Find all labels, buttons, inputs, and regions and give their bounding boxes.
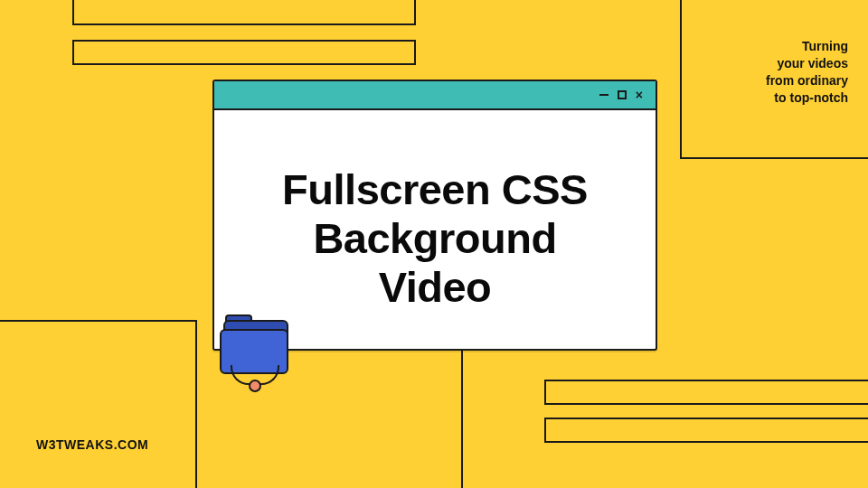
headline: Fullscreen CSS Background Video: [282, 165, 588, 312]
tagline-line: your videos: [699, 55, 848, 72]
decoration-bar: [544, 380, 868, 405]
decoration-bar: [72, 40, 416, 65]
headline-line: Background: [282, 214, 588, 263]
tagline: Turning your videos from ordinary to top…: [699, 38, 848, 107]
decoration-rect: [0, 320, 197, 488]
folder-icon: [220, 314, 301, 391]
window-body: Fullscreen CSS Background Video: [214, 110, 656, 349]
tagline-line: Turning: [699, 38, 848, 55]
browser-window: × Fullscreen CSS Background Video: [212, 80, 657, 351]
decoration-bar: [544, 418, 868, 443]
headline-line: Video: [282, 263, 588, 312]
site-label: W3TWEAKS.COM: [36, 437, 148, 452]
window-titlebar: ×: [214, 81, 656, 110]
minimize-icon: [599, 94, 609, 96]
decoration-line: [461, 351, 463, 488]
headline-line: Fullscreen CSS: [282, 165, 588, 214]
maximize-icon: [618, 90, 627, 99]
tagline-line: to top-notch: [699, 89, 848, 107]
folder-dot-icon: [249, 380, 261, 392]
tagline-line: from ordinary: [699, 72, 848, 89]
decoration-bar: [72, 0, 416, 25]
close-icon: ×: [636, 89, 643, 101]
